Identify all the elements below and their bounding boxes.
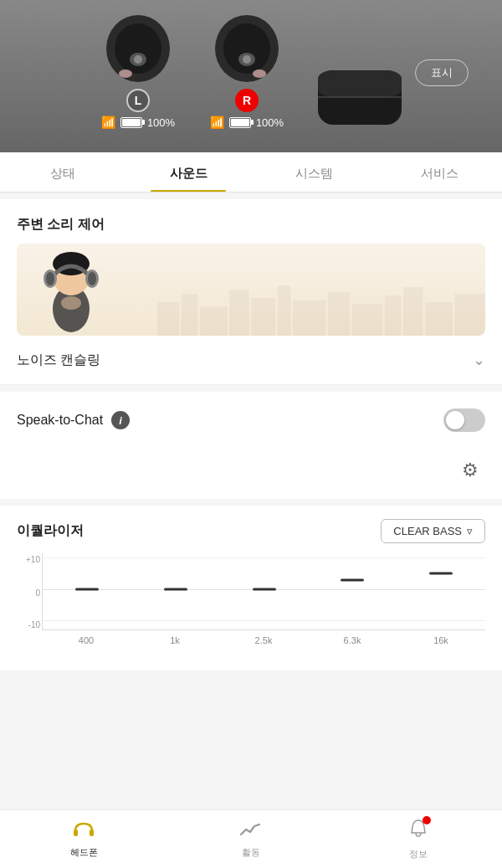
notification-badge	[423, 816, 431, 824]
svg-point-9	[253, 69, 266, 78]
ambient-title: 주변 소리 제어	[17, 216, 485, 234]
svg-rect-14	[182, 294, 198, 336]
right-battery-pct: 100%	[256, 116, 284, 129]
svg-rect-34	[74, 829, 78, 836]
eq-handle-16k[interactable]	[429, 572, 453, 574]
speak-to-chat-toggle[interactable]	[443, 408, 485, 432]
eq-preset-icon: ▿	[467, 525, 473, 537]
tab-service[interactable]: 서비스	[376, 152, 502, 192]
svg-rect-21	[352, 304, 383, 336]
left-badge: L	[126, 89, 150, 112]
person-figure	[33, 244, 109, 336]
equalizer-section: 이퀄라이저 CLEAR BASS ▿ +10 0 -10	[0, 506, 502, 670]
eq-x-label-1k: 1k	[131, 630, 219, 654]
noise-cancelling-row[interactable]: 노이즈 캔슬링 ⌄	[0, 336, 502, 385]
svg-rect-19	[293, 300, 325, 336]
eq-handle-2500[interactable]	[253, 588, 276, 590]
svg-point-4	[119, 69, 132, 78]
eq-handle-6300[interactable]	[341, 578, 364, 581]
ambient-visual	[17, 244, 485, 336]
eq-grid	[42, 553, 485, 630]
tab-status[interactable]: 상태	[0, 152, 126, 192]
speak-to-chat-label: Speak-to-Chat	[17, 413, 103, 428]
left-earbud-image	[92, 13, 184, 89]
case-item	[310, 54, 410, 129]
right-earbud-item: R 📶 100%	[201, 13, 293, 129]
earbuds-row: L 📶 100% R	[92, 13, 410, 129]
eq-title: 이퀄라이저	[17, 522, 84, 540]
headphone-icon	[72, 819, 95, 843]
right-battery-row: 📶 100%	[210, 116, 284, 129]
eq-plus10-line	[43, 557, 485, 558]
left-bluetooth-icon: 📶	[101, 116, 115, 129]
top-section: L 📶 100% R	[0, 0, 502, 152]
right-battery-bar	[229, 117, 251, 128]
left-battery-row: 📶 100%	[101, 116, 175, 129]
left-battery-bar	[120, 117, 142, 128]
svg-point-33	[61, 296, 81, 310]
svg-rect-11	[318, 70, 402, 97]
speak-to-chat-left: Speak-to-Chat i	[17, 411, 130, 429]
eq-x-label-2500: 2.5k	[219, 630, 308, 654]
svg-point-8	[243, 55, 251, 64]
speak-to-chat-section: Speak-to-Chat i	[0, 392, 502, 449]
nav-label-headphone: 헤드폰	[70, 846, 98, 859]
svg-rect-24	[425, 302, 453, 336]
eq-y-label-minus10: -10	[17, 620, 40, 629]
bottom-nav: 헤드폰 활동 정보	[0, 809, 502, 868]
nav-label-activity: 활동	[242, 846, 260, 859]
svg-point-3	[134, 55, 142, 64]
right-earbud-image	[201, 13, 293, 89]
svg-rect-25	[454, 294, 485, 336]
eq-preset-button[interactable]: CLEAR BASS ▿	[381, 519, 485, 543]
eq-x-label-400: 400	[42, 630, 131, 654]
left-battery-pct: 100%	[147, 116, 175, 129]
display-button[interactable]: 표시	[415, 59, 469, 86]
eq-x-label-6300: 6.3k	[308, 630, 397, 654]
svg-point-32	[88, 272, 96, 285]
nav-item-activity[interactable]: 활동	[167, 819, 335, 859]
ambient-section: 주변 소리 제어	[0, 199, 502, 385]
tab-system[interactable]: 시스템	[251, 152, 376, 192]
svg-rect-17	[251, 298, 275, 336]
right-bluetooth-icon: 📶	[210, 116, 224, 129]
nav-label-info: 정보	[409, 848, 428, 860]
eq-x-label-16k: 16k	[397, 630, 485, 654]
settings-gear-button[interactable]: ⚙	[455, 455, 485, 485]
svg-rect-22	[385, 295, 402, 336]
eq-y-label-plus10: +10	[17, 555, 40, 564]
svg-rect-15	[200, 306, 228, 336]
svg-point-30	[46, 272, 54, 285]
activity-icon	[239, 819, 263, 843]
case-image	[310, 54, 410, 129]
eq-chart: +10 0 -10	[17, 553, 485, 654]
noise-cancelling-label: 노이즈 캔슬링	[17, 352, 100, 369]
svg-rect-16	[229, 290, 249, 336]
chevron-down-icon: ⌄	[473, 351, 485, 369]
svg-rect-23	[403, 287, 423, 336]
eq-y-label-zero: 0	[17, 588, 40, 598]
tabs-bar: 상태 사운드 시스템 서비스	[0, 152, 502, 193]
nav-item-headphone[interactable]: 헤드폰	[0, 819, 167, 859]
eq-header: 이퀄라이저 CLEAR BASS ▿	[17, 519, 485, 543]
nav-item-info[interactable]: 정보	[335, 818, 502, 860]
right-badge: R	[235, 89, 259, 112]
eq-preset-label: CLEAR BASS	[393, 525, 462, 537]
svg-rect-20	[328, 292, 350, 336]
left-earbud-item: L 📶 100%	[92, 13, 184, 129]
gear-row: ⚙	[0, 449, 502, 499]
toggle-knob	[446, 411, 464, 429]
eq-handle-400[interactable]	[75, 588, 99, 590]
svg-rect-18	[278, 285, 291, 336]
svg-rect-13	[157, 302, 179, 336]
tab-sound[interactable]: 사운드	[126, 152, 251, 192]
eq-handle-1k[interactable]	[164, 588, 187, 590]
info-icon[interactable]: i	[111, 411, 130, 429]
svg-rect-35	[90, 829, 94, 836]
eq-x-labels: 400 1k 2.5k 6.3k 16k	[42, 630, 485, 654]
eq-minus10-line	[43, 620, 485, 621]
